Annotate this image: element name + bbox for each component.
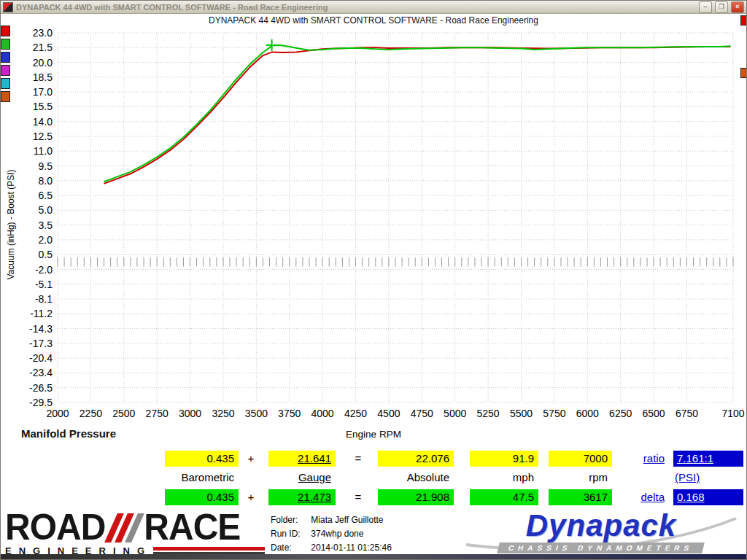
svg-text:-23.4: -23.4 xyxy=(29,367,53,378)
run-info: Folder: Miata Jeff Guillotte Run ID: 374… xyxy=(271,513,392,555)
svg-text:6750: 6750 xyxy=(676,408,698,419)
svg-text:-26.5: -26.5 xyxy=(29,382,53,394)
svg-text:-20.4: -20.4 xyxy=(29,352,53,364)
svg-text:-17.3: -17.3 xyxy=(29,338,53,349)
svg-text:2250: 2250 xyxy=(80,408,102,419)
app-icon xyxy=(3,2,13,12)
delta-label[interactable]: delta xyxy=(622,489,665,505)
svg-text:-8.1: -8.1 xyxy=(35,293,53,305)
svg-text:-5.1: -5.1 xyxy=(35,279,53,290)
plus-sign-yellow: + xyxy=(242,451,260,467)
x-axis-label: Engine RPM xyxy=(1,429,746,440)
barometric-label: Barometric xyxy=(165,470,239,485)
dynapack-wordmark: Dynapack xyxy=(462,511,740,540)
dynapack-subtitle: CHASSIS DYNAMOMETERS xyxy=(497,542,705,553)
svg-text:6250: 6250 xyxy=(609,408,632,419)
svg-text:5500: 5500 xyxy=(510,408,533,419)
road-race-word-road: ROAD xyxy=(5,510,105,544)
svg-text:2000: 2000 xyxy=(46,408,69,419)
svg-text:20.0: 20.0 xyxy=(33,57,53,69)
run-info-runid-row: Run ID: 374whp done xyxy=(271,527,392,541)
svg-text:0.5: 0.5 xyxy=(39,249,53,260)
absolute-value-green: 21.908 xyxy=(378,489,454,505)
svg-text:-29.5: -29.5 xyxy=(29,397,53,408)
svg-text:5250: 5250 xyxy=(477,408,500,419)
road-race-logo: ROAD RACE ENGINEERING xyxy=(5,510,265,556)
equals-sign-yellow: = xyxy=(349,451,367,467)
svg-text:11.0: 11.0 xyxy=(34,145,53,157)
svg-text:2500: 2500 xyxy=(112,408,135,419)
svg-text:18.5: 18.5 xyxy=(33,71,53,83)
ratio-value-box[interactable]: 7.161:1 xyxy=(673,451,743,467)
road-race-word-race: RACE xyxy=(144,510,240,544)
svg-text:2750: 2750 xyxy=(146,408,169,419)
svg-text:3500: 3500 xyxy=(245,408,268,419)
gauge-value-yellow[interactable]: 21.641 xyxy=(268,451,336,467)
absolute-label: Absolute xyxy=(378,470,454,485)
close-button[interactable]: × xyxy=(731,1,744,13)
titlebar: DYNAPACK 44 4WD with SMART CONTROL SOFTW… xyxy=(1,1,746,14)
svg-text:-14.3: -14.3 xyxy=(29,323,53,335)
svg-text:3750: 3750 xyxy=(278,408,301,419)
plus-sign-green: + xyxy=(242,489,260,505)
date-label: Date: xyxy=(271,541,309,555)
mph-value-green: 47.5 xyxy=(470,489,538,505)
svg-text:9.5: 9.5 xyxy=(39,160,53,172)
svg-text:4000: 4000 xyxy=(311,408,334,419)
folder-label: Folder: xyxy=(271,513,309,527)
bottom-border-strip xyxy=(1,554,746,559)
svg-text:4500: 4500 xyxy=(377,408,400,419)
svg-text:-11.2: -11.2 xyxy=(30,308,53,319)
dynapack-logo: Dynapack CHASSIS DYNAMOMETERS xyxy=(462,511,740,553)
svg-text:8.0: 8.0 xyxy=(39,175,53,187)
rpm-value-green: 3617 xyxy=(549,489,612,505)
svg-text:4250: 4250 xyxy=(344,408,367,419)
date-value: 2014-01-11 01:25:46 xyxy=(311,542,392,553)
svg-text:5750: 5750 xyxy=(543,408,565,419)
folder-value: Miata Jeff Guillotte xyxy=(311,515,383,525)
run-info-date-row: Date: 2014-01-11 01:25:46 xyxy=(271,541,392,555)
svg-text:3250: 3250 xyxy=(212,408,234,419)
delta-value-box[interactable]: 0.168 xyxy=(673,489,743,505)
runid-label: Run ID: xyxy=(271,527,309,541)
svg-text:5.0: 5.0 xyxy=(39,204,53,216)
svg-text:7100: 7100 xyxy=(721,408,744,419)
svg-text:6000: 6000 xyxy=(576,408,599,419)
svg-text:12.5: 12.5 xyxy=(33,131,53,142)
minimize-button[interactable]: – xyxy=(699,1,712,13)
svg-text:6.5: 6.5 xyxy=(39,190,53,201)
svg-text:3000: 3000 xyxy=(179,408,201,419)
equals-sign-green: = xyxy=(349,489,367,505)
psi-label[interactable]: (PSI) xyxy=(673,470,743,485)
barometric-value-yellow: 0.435 xyxy=(165,451,239,467)
gauge-value-green[interactable]: 21.473 xyxy=(268,489,336,505)
rpm-label: rpm xyxy=(549,470,612,485)
svg-text:-2.0: -2.0 xyxy=(35,264,53,276)
svg-text:15.5: 15.5 xyxy=(33,101,53,112)
absolute-value-yellow: 22.076 xyxy=(378,451,454,467)
ratio-label[interactable]: ratio xyxy=(622,451,665,467)
svg-text:23.0: 23.0 xyxy=(33,27,53,39)
maximize-button[interactable]: ❐ xyxy=(715,1,728,13)
gauge-label[interactable]: Gauge xyxy=(268,470,336,485)
manifold-pressure-chart[interactable]: 23.021.520.018.517.015.514.012.511.09.58… xyxy=(1,23,747,427)
svg-text:14.0: 14.0 xyxy=(33,116,53,128)
svg-text:2.0: 2.0 xyxy=(39,234,53,246)
barometric-value-green: 0.435 xyxy=(165,489,239,505)
rpm-value-yellow: 7000 xyxy=(549,451,612,467)
road-race-slashes-icon xyxy=(104,513,144,542)
window-title: DYNAPACK 44 4WD with SMART CONTROL SOFTW… xyxy=(16,3,696,12)
mph-value-yellow: 91.9 xyxy=(470,451,538,467)
mph-label: mph xyxy=(470,470,538,485)
svg-text:17.0: 17.0 xyxy=(33,86,53,98)
svg-text:4750: 4750 xyxy=(411,408,433,419)
svg-text:6500: 6500 xyxy=(643,408,665,419)
svg-text:21.5: 21.5 xyxy=(33,42,53,53)
app-window: DYNAPACK 44 4WD with SMART CONTROL SOFTW… xyxy=(0,0,747,560)
run-info-folder-row: Folder: Miata Jeff Guillotte xyxy=(271,513,392,527)
svg-text:5000: 5000 xyxy=(444,408,466,419)
svg-text:3.5: 3.5 xyxy=(39,219,53,231)
runid-value: 374whp done xyxy=(311,529,363,539)
